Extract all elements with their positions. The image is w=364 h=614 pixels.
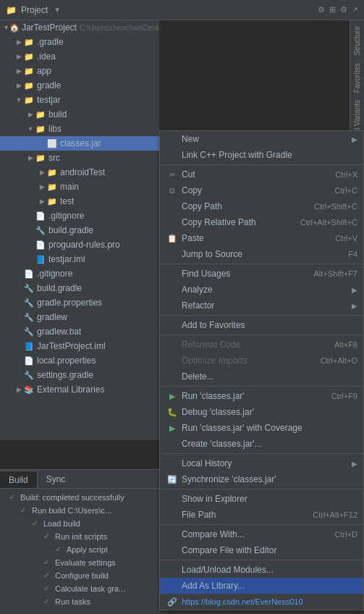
project-tree: ▼ 🏠 JarTestProject C:\Users\chenchao\Des… <box>0 20 159 440</box>
tree-item-testjar[interactable]: ▼ 📁 testjar <box>0 93 159 107</box>
tree-label: settings.gradle <box>37 370 93 380</box>
tree-label: gradle.properties <box>37 298 102 308</box>
menu-item-synchronize[interactable]: 🔄 Synchronize 'classes.jar' <box>160 471 363 487</box>
tree-item-buildgradle[interactable]: 🔧 build.gradle <box>0 223 159 237</box>
menu-item-compare-editor[interactable]: Compare File with Editor <box>160 542 363 558</box>
menu-item-analyze[interactable]: Analyze ▶ <box>160 282 363 298</box>
layout-icon[interactable]: ⊞ <box>329 5 336 14</box>
menu-item-cut[interactable]: ✂ Cut Ctrl+X <box>160 167 363 182</box>
menu-item-run[interactable]: ▶ Run 'classes.jar' Ctrl+F9 <box>160 388 363 404</box>
tree-item-project-iml[interactable]: 📘 JarTestProject.iml <box>0 339 159 353</box>
menu-item-show-explorer[interactable]: Show in Explorer <box>160 491 363 507</box>
tree-item-gradle[interactable]: ▶ 📁 .gradle <box>0 35 159 49</box>
separator <box>160 335 363 335</box>
menu-item-local-history[interactable]: Local History ▶ <box>160 455 363 471</box>
tree-label: src <box>48 153 60 163</box>
sync-icon: 🔄 <box>166 475 179 484</box>
tree-item-classes-jar[interactable]: ⬜ classes.jar <box>0 136 159 151</box>
tree-root[interactable]: ▼ 🏠 JarTestProject C:\Users\chenchao\Des… <box>0 20 159 35</box>
menu-label: Run 'classes.jar' with Coverage <box>182 423 357 433</box>
tree-label: testjar <box>37 95 61 105</box>
tree-item-test[interactable]: ▶ 📁 test <box>0 194 159 209</box>
expand-icon[interactable]: ↗ <box>352 5 358 14</box>
tree-item-proguard[interactable]: 📄 proguard-rules.pro <box>0 237 159 252</box>
menu-item-load-unload[interactable]: Load/Unload Modules... <box>160 562 363 578</box>
tree-label: main <box>60 182 79 192</box>
menu-label: Load/Unload Modules... <box>182 565 357 575</box>
menu-label: Compare With... <box>182 529 321 539</box>
separator <box>160 560 363 560</box>
menu-item-find-usages[interactable]: Find Usages Alt+Shift+F7 <box>160 266 363 282</box>
menu-item-new[interactable]: New ▶ <box>160 131 363 147</box>
tree-item-root-buildgradle[interactable]: 🔧 build.gradle <box>0 281 159 295</box>
tree-item-libs[interactable]: ▼ 📁 libs <box>0 122 159 136</box>
menu-label: Debug 'classes.jar' <box>182 407 357 417</box>
menu-item-copy-relative[interactable]: Copy Relative Path Ctrl+Alt+Shift+C <box>160 214 363 230</box>
build-text: Calculate task gra... <box>55 583 125 594</box>
menu-item-debug[interactable]: 🐛 Debug 'classes.jar' <box>160 404 363 420</box>
separator <box>160 386 363 387</box>
menu-label: Copy Relative Path <box>182 217 286 227</box>
tree-item-settings-gradle[interactable]: 🔧 settings.gradle <box>0 368 159 382</box>
menu-label: Run 'classes.jar' <box>182 391 317 401</box>
menu-item-compare[interactable]: Compare With... Ctrl+D <box>160 526 363 542</box>
folder-icon: 📁 <box>23 36 35 48</box>
file-icon: 📄 <box>23 355 35 366</box>
tree-item-idea[interactable]: ▶ 📁 .idea <box>0 49 159 64</box>
menu-label: Delete... <box>182 371 357 382</box>
menu-item-delete[interactable]: Delete... <box>160 369 363 384</box>
success-icon: ✓ <box>52 544 64 555</box>
menu-item-paste[interactable]: 📋 Paste Ctrl+V <box>160 230 363 246</box>
tree-item-external[interactable]: ▶ 📚 External Libraries <box>0 382 159 397</box>
shortcut: Ctrl+C <box>335 186 357 195</box>
tree-label: build <box>48 109 67 119</box>
toolbar-structure[interactable]: Structure <box>352 23 363 59</box>
menu-label: Copy Path <box>182 201 300 211</box>
tab-sync[interactable]: Sync <box>38 471 75 488</box>
title-bar-actions: ⚙ ⊞ ⚙ ↗ <box>318 5 358 14</box>
menu-item-url[interactable]: 🔗 https://blog.csdn.net/EverNess010 <box>160 594 363 610</box>
menu-item-copy-path[interactable]: Copy Path Ctrl+Shift+C <box>160 198 363 214</box>
title-dropdown-arrow[interactable]: ▼ <box>54 6 61 14</box>
gradle-icon: 🔧 <box>23 326 35 337</box>
menu-item-add-library[interactable]: Add As Library... <box>160 578 363 594</box>
tree-label: classes.jar <box>60 138 101 148</box>
submenu-arrow: ▶ <box>352 135 357 143</box>
menu-item-copy[interactable]: ⧉ Copy Ctrl+C <box>160 182 363 198</box>
menu-item-cpp[interactable]: Link C++ Project with Gradle <box>160 147 363 163</box>
menu-item-file-path[interactable]: File Path Ctrl+Alt+F12 <box>160 507 363 523</box>
tab-build[interactable]: Build <box>0 471 38 488</box>
success-icon: ✓ <box>6 492 17 503</box>
tree-item-gradle-dir[interactable]: ▶ 📁 gradle <box>0 78 159 93</box>
tree-label: build.gradle <box>48 225 93 235</box>
settings-icon[interactable]: ⚙ <box>318 5 325 14</box>
run-coverage-icon: ▶ <box>166 424 179 433</box>
tree-item-root-gitignore[interactable]: 📄 .gitignore <box>0 266 159 281</box>
tree-item-local-props[interactable]: 📄 local.properties <box>0 353 159 368</box>
menu-item-create[interactable]: Create 'classes.jar'... <box>160 436 363 452</box>
tree-label: libs <box>48 124 62 134</box>
menu-item-jump[interactable]: Jump to Source F4 <box>160 246 363 262</box>
toolbar-favorites[interactable]: Favorites <box>352 60 363 96</box>
menu-item-favorites[interactable]: Add to Favorites <box>160 317 363 333</box>
tree-item-gradlew-bat[interactable]: 🔧 gradlew.bat <box>0 324 159 339</box>
menu-item-refactor[interactable]: Refactor ▶ <box>160 298 363 314</box>
menu-label: Copy <box>182 185 321 195</box>
tree-item-gradlew[interactable]: 🔧 gradlew <box>0 310 159 324</box>
tree-item-gradle-props[interactable]: 🔧 gradle.properties <box>0 295 159 310</box>
tree-item-gitignore[interactable]: 📄 .gitignore <box>0 209 159 223</box>
tree-label: testjar.iml <box>48 254 85 264</box>
run-icon: ▶ <box>166 392 179 401</box>
menu-item-run-coverage[interactable]: ▶ Run 'classes.jar' with Coverage <box>160 420 363 436</box>
title-text: Project <box>21 5 48 15</box>
tree-item-iml[interactable]: 📘 testjar.iml <box>0 252 159 266</box>
tree-item-build[interactable]: ▶ 📁 build <box>0 107 159 122</box>
tree-item-src[interactable]: ▶ 📁 src <box>0 151 159 165</box>
folder-icon: 📁 <box>46 167 58 178</box>
tree-label: build.gradle <box>37 283 82 293</box>
tree-item-androidtest[interactable]: ▶ 📁 androidTest <box>0 165 159 180</box>
menu-label: https://blog.csdn.net/EverNess010 <box>182 597 357 606</box>
tree-item-app[interactable]: ▶ 📁 app <box>0 64 159 78</box>
tree-item-main[interactable]: ▶ 📁 main <box>0 180 159 194</box>
config-icon[interactable]: ⚙ <box>340 5 347 14</box>
